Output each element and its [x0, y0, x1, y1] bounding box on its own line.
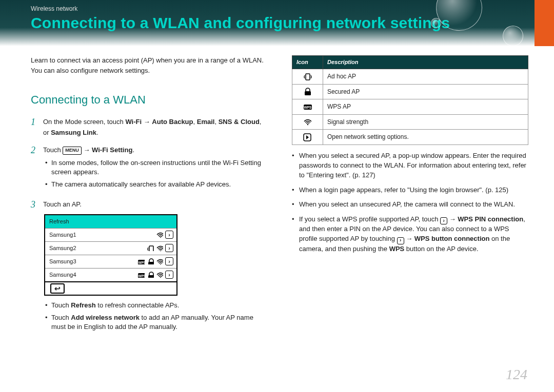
step3-note1: Touch Refresh to refresh connectable APs…	[45, 301, 267, 310]
decorative-bubble	[431, 18, 441, 28]
wps-icon	[303, 103, 312, 111]
chevron-icon[interactable]: ›	[165, 244, 173, 252]
step1-autobackup: Auto Backup	[152, 118, 193, 126]
chevron-icon[interactable]: ›	[165, 231, 173, 239]
step3-note2: Touch Add wireless network to add an AP …	[45, 313, 267, 332]
menu-button-icon: MENU	[63, 147, 82, 155]
wifi-icon	[156, 258, 163, 264]
th-icon: Icon	[292, 56, 323, 69]
decorative-bubble	[503, 26, 523, 46]
table-row: Secured AP	[292, 84, 528, 99]
ap-row[interactable]: Samsung4 ›	[45, 268, 176, 281]
ap-list-screen: Refresh Samsung1 › Samsung2	[44, 214, 177, 296]
adhoc-icon	[147, 245, 154, 251]
ap-back-row[interactable]: ↩	[45, 281, 176, 295]
step1-wifi: Wi-Fi	[125, 118, 142, 126]
right-bullet-3: When you select an unsecured AP, the cam…	[292, 200, 528, 210]
step1-text: On the Mode screen, touch	[43, 118, 125, 126]
table-desc: Open network setting options.	[323, 130, 528, 145]
ap-name: Samsung4	[49, 271, 137, 279]
arrow: →	[142, 118, 152, 126]
icon-legend-table: Icon Description Ad hoc AP Secured AP	[292, 55, 528, 145]
chevron-icon[interactable]: ›	[165, 257, 173, 265]
arrow: →	[82, 146, 92, 154]
ap-row[interactable]: Samsung3 ›	[45, 255, 176, 268]
step2-note1: In some modes, follow the on-screen inst…	[45, 158, 267, 177]
ap-row[interactable]: Samsung2 ›	[45, 241, 176, 255]
ap-refresh-bar[interactable]: Refresh	[45, 215, 176, 228]
ap-name: Samsung2	[49, 244, 147, 253]
section-title: Connecting to a WLAN	[31, 91, 267, 109]
step3-text: Touch an AP.	[43, 199, 267, 210]
left-column: Learn to connect via an access point (AP…	[31, 55, 267, 342]
lock-icon	[303, 88, 312, 96]
table-desc: Ad hoc AP	[323, 69, 528, 85]
step2-pre: Touch	[43, 146, 63, 154]
th-desc: Description	[323, 56, 528, 69]
ap-row[interactable]: Samsung1 ›	[45, 228, 176, 241]
step-1: 1 On the Mode screen, touch Wi-Fi → Auto…	[31, 117, 267, 139]
step2-note2: The camera automatically searches for av…	[45, 180, 267, 189]
back-icon[interactable]: ↩	[50, 283, 65, 294]
step1-email: Email	[197, 118, 215, 126]
step1-sns: SNS & Cloud	[219, 118, 260, 126]
table-row: Signal strength	[292, 114, 528, 130]
lock-icon	[147, 272, 154, 278]
right-bullet-1: When you select a secured AP, a pop-up w…	[292, 151, 528, 180]
chevron-icon[interactable]: ›	[165, 271, 173, 279]
table-desc: Secured AP	[323, 84, 528, 99]
table-row: WPS AP	[292, 99, 528, 115]
wifi-icon	[303, 118, 312, 127]
step1-samsunglink: Samsung Link	[51, 129, 96, 136]
lock-icon	[147, 258, 154, 264]
step-2: 2 Touch MENU → Wi-Fi Setting. In some mo…	[31, 145, 267, 195]
chevron-icon: ›	[397, 237, 404, 244]
wifi-icon	[156, 245, 163, 251]
table-row: Open network setting options.	[292, 130, 528, 145]
wifi-icon	[156, 232, 163, 238]
table-row: Ad hoc AP	[292, 69, 528, 85]
step-number: 1	[31, 117, 38, 139]
table-desc: Signal strength	[323, 114, 528, 130]
adhoc-icon	[303, 73, 312, 81]
ap-name: Samsung1	[49, 231, 156, 239]
table-desc: WPS AP	[323, 99, 528, 115]
step-number: 3	[31, 199, 38, 337]
step-number: 2	[31, 145, 38, 195]
wps-icon	[137, 272, 145, 278]
wifi-icon	[156, 272, 163, 278]
right-bullet-2: When a login page appears, refer to "Usi…	[292, 185, 528, 195]
page-number: 124	[506, 366, 527, 383]
intro-text: Learn to connect via an access point (AP…	[31, 55, 267, 76]
chevron-icon	[303, 133, 312, 141]
step-3: 3 Touch an AP. Refresh Samsung1 ›	[31, 199, 267, 337]
right-column: Icon Description Ad hoc AP Secured AP	[292, 55, 528, 342]
step2-wifisetting: Wi-Fi Setting	[92, 146, 132, 154]
chevron-icon: ›	[440, 217, 447, 224]
right-bullet-4: If you select a WPS profile supported AP…	[292, 215, 528, 254]
page-header: Wireless network Connecting to a WLAN an…	[0, 0, 554, 46]
ap-name: Samsung3	[49, 257, 137, 266]
wps-icon	[137, 258, 145, 264]
